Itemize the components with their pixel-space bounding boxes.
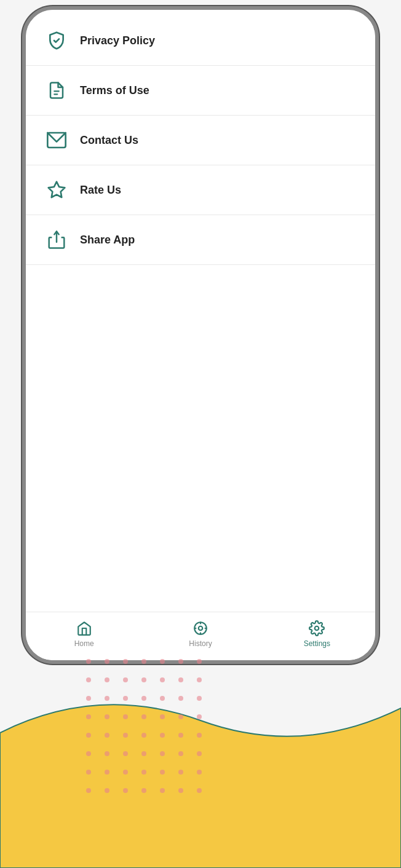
menu-item-privacy-policy[interactable]: Privacy Policy bbox=[26, 16, 375, 66]
svg-point-9 bbox=[315, 626, 319, 631]
menu-item-rate-us[interactable]: Rate Us bbox=[26, 165, 375, 215]
privacy-policy-label: Privacy Policy bbox=[80, 34, 155, 47]
home-icon bbox=[76, 620, 93, 637]
share-app-label: Share App bbox=[80, 234, 135, 247]
svg-point-4 bbox=[199, 626, 203, 631]
nav-item-home[interactable]: Home bbox=[60, 620, 109, 648]
nav-item-settings[interactable]: Settings bbox=[292, 620, 341, 648]
screen: Privacy Policy Terms of Use bbox=[26, 10, 375, 660]
mail-icon bbox=[46, 129, 68, 151]
nav-item-history[interactable]: History bbox=[176, 620, 225, 648]
svg-marker-1 bbox=[49, 182, 65, 197]
history-icon bbox=[192, 620, 209, 637]
document-icon bbox=[46, 79, 68, 101]
menu-list: Privacy Policy Terms of Use bbox=[26, 10, 375, 612]
settings-icon bbox=[308, 620, 325, 637]
dots-grid bbox=[86, 659, 202, 793]
rate-us-label: Rate Us bbox=[80, 184, 121, 197]
phone-frame: Privacy Policy Terms of Use bbox=[22, 6, 379, 664]
shield-icon bbox=[46, 30, 68, 52]
share-icon bbox=[46, 229, 68, 251]
menu-item-share-app[interactable]: Share App bbox=[26, 215, 375, 265]
terms-of-use-label: Terms of Use bbox=[80, 84, 149, 97]
background-decoration bbox=[0, 647, 401, 868]
star-icon bbox=[46, 179, 68, 201]
menu-item-contact-us[interactable]: Contact Us bbox=[26, 116, 375, 165]
menu-item-terms-of-use[interactable]: Terms of Use bbox=[26, 66, 375, 116]
contact-us-label: Contact Us bbox=[80, 134, 138, 147]
